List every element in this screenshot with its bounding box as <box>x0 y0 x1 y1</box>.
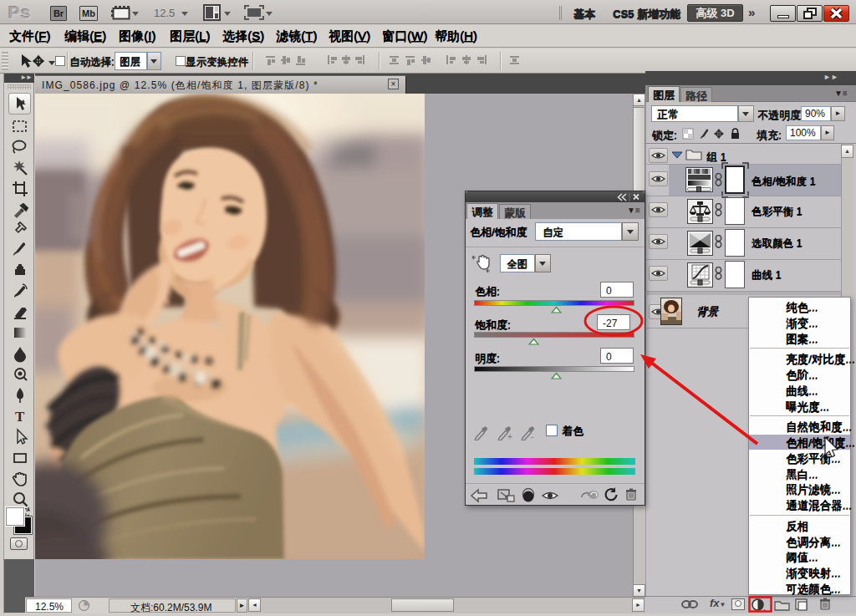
svg-text:T: T <box>15 409 25 425</box>
svg-text:+: + <box>507 432 512 440</box>
svg-text:-: - <box>531 432 533 440</box>
